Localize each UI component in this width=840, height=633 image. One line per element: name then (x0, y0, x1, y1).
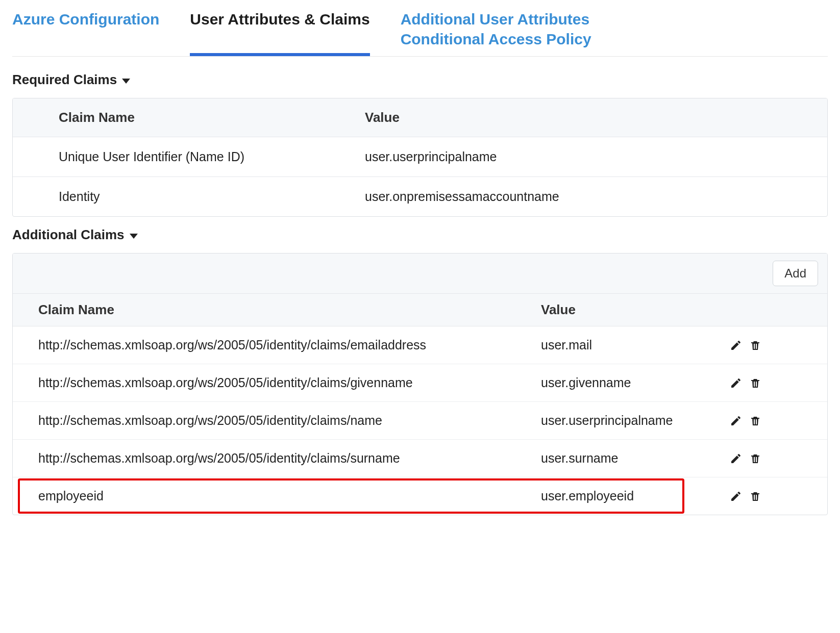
delete-icon[interactable] (749, 415, 761, 427)
required-claims-table: Claim Name Value Unique User Identifier … (12, 98, 828, 217)
claim-name-cell: employeeid (38, 489, 541, 503)
claim-value-cell: user.employeeid (541, 489, 730, 503)
required-claims-label: Required Claims (12, 72, 117, 88)
required-col-header-value: Value (365, 110, 812, 125)
required-claims-toggle[interactable]: Required Claims (12, 72, 828, 88)
table-row: http://schemas.xmlsoap.org/ws/2005/05/id… (13, 364, 827, 402)
claim-name-cell: Unique User Identifier (Name ID) (59, 149, 365, 164)
claim-value-cell: user.givenname (541, 375, 730, 390)
delete-icon[interactable] (749, 490, 761, 502)
tab-additional-attributes-line2: Conditional Access Policy (401, 29, 591, 49)
table-row: http://schemas.xmlsoap.org/ws/2005/05/id… (13, 326, 827, 364)
claim-value-cell: user.surname (541, 451, 730, 466)
tab-additional-attributes-policy[interactable]: Additional User Attributes Conditional A… (401, 6, 591, 56)
table-row: Identity user.onpremisessamaccountname (13, 177, 827, 216)
edit-icon[interactable] (730, 490, 742, 502)
claim-value-cell: user.userprincipalname (365, 149, 812, 164)
caret-down-icon (130, 234, 138, 239)
edit-icon[interactable] (730, 339, 742, 351)
additional-claims-toolbar: Add (13, 254, 827, 294)
table-row: employeeid user.employeeid (13, 477, 827, 515)
required-col-header-name: Claim Name (59, 110, 365, 125)
table-row: http://schemas.xmlsoap.org/ws/2005/05/id… (13, 440, 827, 477)
additional-claims-label: Additional Claims (12, 227, 125, 243)
additional-col-header-value: Value (541, 302, 730, 318)
edit-icon[interactable] (730, 452, 742, 465)
claim-name-cell: http://schemas.xmlsoap.org/ws/2005/05/id… (38, 338, 541, 352)
edit-icon[interactable] (730, 415, 742, 427)
delete-icon[interactable] (749, 452, 761, 465)
tab-user-attributes-claims[interactable]: User Attributes & Claims (190, 6, 369, 56)
edit-icon[interactable] (730, 377, 742, 389)
claim-value-cell: user.mail (541, 338, 730, 352)
delete-icon[interactable] (749, 339, 761, 351)
claim-name-cell: http://schemas.xmlsoap.org/ws/2005/05/id… (38, 451, 541, 466)
additional-claims-header-row: Claim Name Value (13, 294, 827, 326)
additional-claims-table: Add Claim Name Value http://schemas.xmls… (12, 253, 828, 515)
claim-value-cell: user.onpremisessamaccountname (365, 189, 812, 204)
additional-claims-toggle[interactable]: Additional Claims (12, 227, 828, 243)
claim-name-cell: Identity (59, 189, 365, 204)
caret-down-icon (122, 79, 130, 84)
tab-bar: Azure Configuration User Attributes & Cl… (12, 6, 828, 57)
delete-icon[interactable] (749, 377, 761, 389)
claim-value-cell: user.userprincipalname (541, 413, 730, 428)
additional-col-header-actions (730, 302, 812, 318)
tab-additional-attributes-line1: Additional User Attributes (401, 9, 591, 29)
table-row: http://schemas.xmlsoap.org/ws/2005/05/id… (13, 402, 827, 440)
table-row: Unique User Identifier (Name ID) user.us… (13, 137, 827, 177)
add-claim-button[interactable]: Add (773, 261, 818, 286)
required-claims-header-row: Claim Name Value (13, 98, 827, 137)
claim-name-cell: http://schemas.xmlsoap.org/ws/2005/05/id… (38, 413, 541, 428)
claim-name-cell: http://schemas.xmlsoap.org/ws/2005/05/id… (38, 375, 541, 390)
additional-col-header-name: Claim Name (38, 302, 541, 318)
tab-azure-configuration[interactable]: Azure Configuration (12, 6, 159, 56)
